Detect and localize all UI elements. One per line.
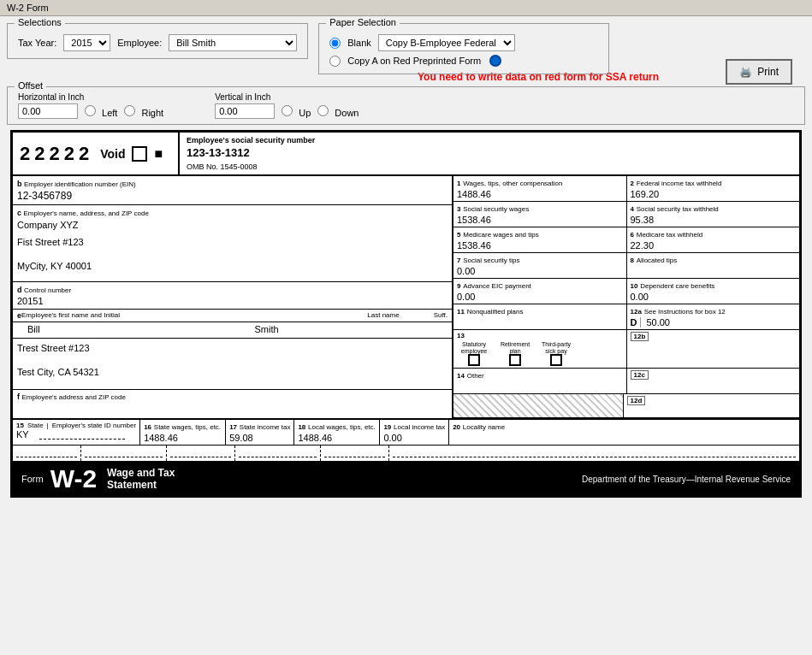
box11-label: Nonqualified plans <box>467 308 524 316</box>
box-d-label: Control number <box>24 286 71 294</box>
company-city: MyCity, KY 40001 <box>17 261 447 271</box>
w2-form: 22222 Void ■ Employee's social security … <box>10 130 802 498</box>
box12a-value: 50.00 <box>646 317 670 328</box>
copy-a-radio[interactable] <box>329 56 341 67</box>
box15-num: 15 <box>16 422 24 429</box>
box15-state-value: KY <box>16 429 29 440</box>
print-button[interactable]: 🖨️ Print <box>726 59 792 85</box>
box20-num: 20 <box>453 423 460 431</box>
form-label: Form <box>21 474 44 484</box>
box-b-value: 12-3456789 <box>17 190 447 202</box>
employee-first-name: Bill <box>27 324 221 336</box>
box7-label: Social security tips <box>463 257 519 264</box>
retirement-label: Retirement plan <box>498 341 532 354</box>
box4-label: Social security tax withheld <box>637 205 719 213</box>
box17-label: State income tax <box>240 423 291 431</box>
employee-select[interactable]: Bill Smith <box>169 34 297 51</box>
box-d-value: 20151 <box>17 296 447 306</box>
box10-num: 10 <box>631 282 638 290</box>
box4-value: 95.38 <box>631 215 797 225</box>
selections-label: Selections <box>15 17 65 27</box>
box6-value: 22.30 <box>631 240 797 251</box>
left-label: Left <box>102 108 117 118</box>
blank-radio[interactable] <box>329 38 341 49</box>
omb-label: OMB No. 1545-0008 <box>187 162 792 171</box>
box20-label: Locality name <box>463 423 505 431</box>
box6-num: 6 <box>631 231 634 239</box>
box12c-num: 12c <box>631 370 649 380</box>
box-c-label: Employer's name, address, and ZIP code <box>24 209 149 217</box>
horizontal-label: Horizontal in Inch <box>18 92 163 102</box>
blank-select[interactable]: Copy B-Employee Federal <box>378 34 515 51</box>
up-radio[interactable] <box>282 105 293 116</box>
employee-label: Employee: <box>117 38 162 48</box>
tax-year-select[interactable]: 2015 <box>63 34 110 51</box>
statutory-label: Statutory employee <box>457 341 491 354</box>
box5-num: 5 <box>457 231 460 239</box>
retirement-checkbox[interactable] <box>509 354 521 366</box>
box3-num: 3 <box>457 205 460 213</box>
offset-label: Offset <box>15 80 46 91</box>
title-text: W-2 Form <box>7 3 49 13</box>
box9-label: Advance EIC payment <box>463 282 531 290</box>
box18-num: 18 <box>298 423 305 431</box>
box-e-lname-label: Last name <box>367 311 399 320</box>
thirdparty-checkbox[interactable] <box>550 354 562 366</box>
box-b-label: Employer identification number (EIN) <box>24 180 136 188</box>
box1-num: 1 <box>457 180 460 187</box>
ssn-value: 123-13-1312 <box>187 146 792 159</box>
box2-num: 2 <box>631 180 634 187</box>
box7-num: 7 <box>457 257 460 264</box>
box12a-num: 12a <box>631 308 642 316</box>
box-f-label: Employee's address and ZIP code <box>22 393 126 401</box>
selections-group: Selections Tax Year: 2015 Employee: Bill… <box>7 23 308 59</box>
statutory-checkbox[interactable] <box>468 354 480 366</box>
box5-value: 1538.46 <box>457 240 623 251</box>
box15-id-label: Employer's state ID number <box>52 422 136 429</box>
box18-value: 1488.46 <box>298 433 376 443</box>
box12a-code: D <box>631 317 642 328</box>
printer-icon: 🖨️ <box>739 66 752 78</box>
footer-title1: Wage and Tax <box>107 467 175 479</box>
paper-selection-group: Paper Selection Blank Copy B-Employee Fe… <box>318 23 609 74</box>
box15-dotted-line <box>39 436 125 440</box>
vertical-label: Vertical in Inch <box>215 92 359 102</box>
box12a-label: See Instructions for box 12 <box>644 308 726 316</box>
void-checkbox[interactable] <box>132 146 147 162</box>
box10-label: Dependent care benefits <box>640 282 714 290</box>
blank-label: Blank <box>347 38 371 48</box>
box2-label: Federal income tax withheld <box>637 180 722 187</box>
box1-label: Wages, tips, other compensation <box>463 180 562 187</box>
box16-label: State wages, tips, etc. <box>154 423 221 431</box>
company-street: Fist Street #123 <box>17 237 447 247</box>
black-square-icon: ■ <box>154 146 163 162</box>
form-footer: Form W-2 Wage and Tax Statement Departme… <box>13 463 799 495</box>
box10-value: 0.00 <box>631 292 797 302</box>
box13-num: 13 <box>457 332 465 339</box>
employee-address1: Trest Street #123 <box>17 343 447 353</box>
box18-label: Local wages, tips, etc. <box>308 423 376 431</box>
box-d-letter: d <box>17 286 24 294</box>
box3-value: 1538.46 <box>457 215 623 225</box>
box12b-num: 12b <box>631 332 649 341</box>
offset-group: Offset Horizontal in Inch Left Right Ver… <box>7 86 805 125</box>
vertical-input[interactable] <box>215 103 275 119</box>
copy-a-label: Copy A on Red Preprinted Form <box>347 56 481 66</box>
box6-label: Medicare tax withheld <box>637 231 702 239</box>
box8-num: 8 <box>631 257 634 264</box>
box14-num: 14 <box>457 372 465 380</box>
blue-circle-icon <box>489 55 501 67</box>
box19-num: 19 <box>383 423 391 431</box>
up-label: Up <box>299 108 311 118</box>
title-bar: W-2 Form <box>0 0 812 16</box>
box17-value: 59.08 <box>229 433 290 443</box>
box2-value: 169.20 <box>631 189 797 199</box>
horizontal-input[interactable] <box>18 103 78 119</box>
void-label: Void <box>100 147 125 161</box>
tax-year-label: Tax Year: <box>18 38 56 48</box>
left-radio[interactable] <box>85 105 96 116</box>
form-22222: 22222 <box>20 143 93 165</box>
down-radio[interactable] <box>317 105 329 116</box>
box-e-fname-label: Employee's first name and Initial <box>21 311 367 320</box>
right-radio[interactable] <box>124 105 135 116</box>
